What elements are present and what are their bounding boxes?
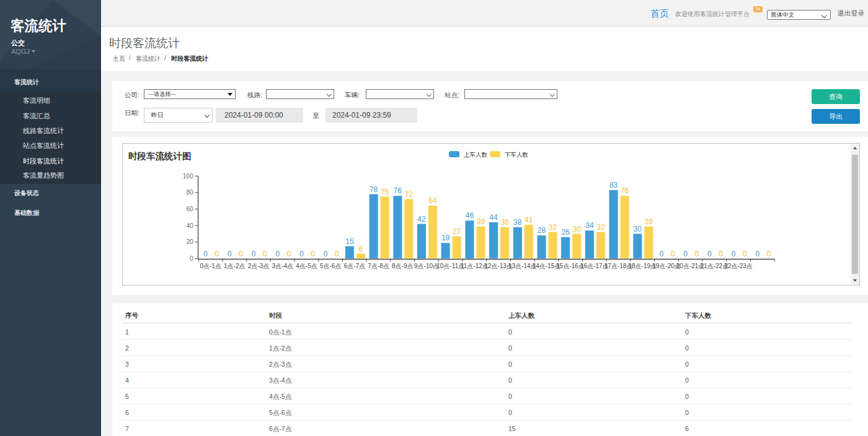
svg-text:0: 0 xyxy=(263,250,267,258)
svg-text:75: 75 xyxy=(381,188,389,196)
svg-text:78: 78 xyxy=(370,185,378,194)
svg-text:39: 39 xyxy=(477,217,485,226)
svg-text:0: 0 xyxy=(311,250,315,258)
svg-text:0: 0 xyxy=(299,250,304,258)
svg-text:41: 41 xyxy=(525,216,533,224)
svg-text:0: 0 xyxy=(671,250,675,258)
svg-text:0: 0 xyxy=(719,250,723,258)
svg-text:0: 0 xyxy=(743,250,747,258)
svg-text:38: 38 xyxy=(513,218,522,227)
svg-text:83: 83 xyxy=(609,181,618,190)
svg-text:7点-8点: 7点-8点 xyxy=(368,263,389,269)
svg-text:42: 42 xyxy=(417,215,426,224)
svg-text:0: 0 xyxy=(275,250,280,258)
svg-text:4点-5点: 4点-5点 xyxy=(296,263,317,269)
svg-text:0点-1点: 0点-1点 xyxy=(200,263,221,269)
svg-text:1点-2点: 1点-2点 xyxy=(224,263,245,269)
svg-text:0: 0 xyxy=(755,250,760,258)
svg-text:44: 44 xyxy=(489,213,498,222)
svg-text:76: 76 xyxy=(621,186,629,195)
svg-text:0: 0 xyxy=(215,250,219,258)
svg-text:76: 76 xyxy=(394,186,402,195)
svg-text:0: 0 xyxy=(203,250,208,258)
svg-text:2点-3点: 2点-3点 xyxy=(248,263,269,269)
svg-text:30: 30 xyxy=(572,225,581,233)
svg-text:0: 0 xyxy=(707,250,712,258)
svg-text:39: 39 xyxy=(645,217,653,226)
svg-text:38: 38 xyxy=(500,218,509,227)
svg-text:26: 26 xyxy=(561,228,570,237)
svg-text:60: 60 xyxy=(186,206,193,212)
svg-text:64: 64 xyxy=(428,196,437,205)
svg-text:80: 80 xyxy=(186,189,193,196)
svg-text:34: 34 xyxy=(585,221,594,230)
svg-text:0: 0 xyxy=(324,250,328,258)
svg-text:46: 46 xyxy=(466,211,474,220)
svg-text:22点-23点: 22点-23点 xyxy=(724,263,753,269)
svg-text:0: 0 xyxy=(228,250,232,258)
svg-text:0: 0 xyxy=(190,255,193,262)
svg-text:32: 32 xyxy=(596,223,605,232)
svg-text:0: 0 xyxy=(335,250,339,258)
svg-text:27: 27 xyxy=(453,227,461,236)
svg-text:0: 0 xyxy=(239,250,243,258)
svg-text:0: 0 xyxy=(683,250,688,258)
svg-text:8点-9点: 8点-9点 xyxy=(392,263,413,269)
svg-text:100: 100 xyxy=(183,173,193,180)
svg-text:28: 28 xyxy=(538,226,546,235)
svg-text:32: 32 xyxy=(549,223,557,232)
svg-text:0: 0 xyxy=(252,250,256,258)
svg-text:40: 40 xyxy=(186,222,193,229)
svg-text:5点-6点: 5点-6点 xyxy=(320,263,341,269)
svg-text:0: 0 xyxy=(732,250,736,258)
svg-text:72: 72 xyxy=(405,190,414,199)
svg-text:9点-10点: 9点-10点 xyxy=(414,263,439,269)
svg-text:0: 0 xyxy=(694,250,699,258)
svg-text:6点-7点: 6点-7点 xyxy=(344,263,365,269)
svg-text:19: 19 xyxy=(441,233,450,242)
svg-text:20: 20 xyxy=(186,238,193,245)
svg-text:30: 30 xyxy=(634,225,642,233)
svg-text:0: 0 xyxy=(766,250,771,258)
svg-text:0: 0 xyxy=(286,250,291,258)
svg-text:0: 0 xyxy=(660,250,664,258)
svg-text:6: 6 xyxy=(359,245,363,253)
svg-text:15: 15 xyxy=(345,237,354,246)
svg-text:3点-4点: 3点-4点 xyxy=(272,263,293,269)
